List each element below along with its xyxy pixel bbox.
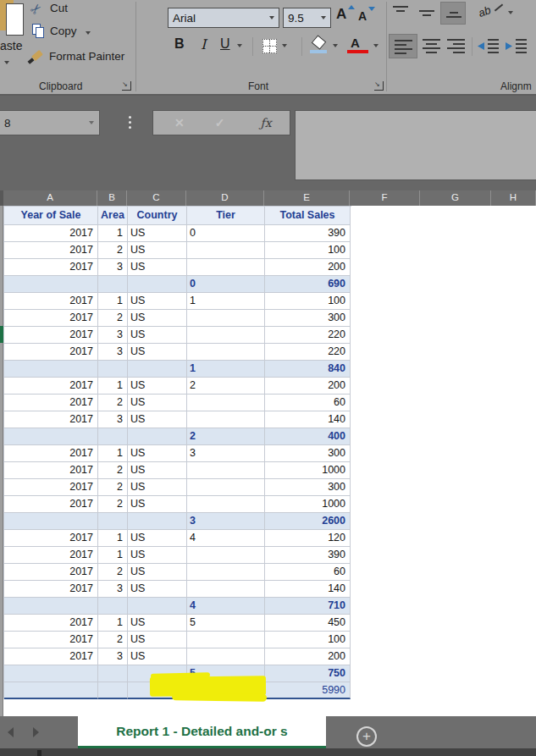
cell-tier[interactable]: 2 xyxy=(187,428,265,445)
cell-area[interactable] xyxy=(98,361,128,378)
cell-year[interactable]: 2017 xyxy=(4,411,98,428)
cell-total[interactable]: 140 xyxy=(265,581,351,598)
cell-year[interactable]: 2017 xyxy=(4,242,98,259)
fill-color-dropdown-icon[interactable] xyxy=(333,44,338,47)
cell-area[interactable] xyxy=(98,513,128,530)
cell-tier[interactable] xyxy=(187,479,265,496)
orientation-button[interactable]: ab xyxy=(477,3,493,19)
cell-tier[interactable] xyxy=(187,310,265,327)
borders-dropdown-icon[interactable] xyxy=(282,44,287,47)
select-all-corner[interactable] xyxy=(0,190,3,206)
cell-total[interactable]: 840 xyxy=(265,361,351,378)
cell-total[interactable]: 200 xyxy=(265,378,351,395)
middle-align-button[interactable] xyxy=(418,5,435,24)
cell-country[interactable] xyxy=(128,598,187,615)
cell-total[interactable]: 220 xyxy=(265,344,351,361)
cell-total[interactable]: 750 xyxy=(265,665,351,682)
center-button[interactable] xyxy=(423,38,441,58)
cell-country[interactable]: US xyxy=(128,310,187,327)
cell-area[interactable]: 2 xyxy=(98,242,128,259)
increase-indent-button[interactable] xyxy=(506,38,528,58)
font-name-select[interactable]: Arial xyxy=(168,8,279,28)
cut-button[interactable]: Cut xyxy=(50,2,68,14)
cell-tier[interactable]: 0 xyxy=(187,225,265,242)
cell-tier[interactable]: 0 xyxy=(187,276,265,293)
cell-tier[interactable]: 2 xyxy=(187,378,265,395)
formula-input[interactable] xyxy=(295,110,536,180)
cell-total[interactable]: 220 xyxy=(265,327,351,344)
header-cell[interactable]: Country xyxy=(128,207,187,225)
orientation-dropdown-icon[interactable] xyxy=(508,11,513,14)
cell-area[interactable]: 3 xyxy=(98,344,128,361)
cell-total[interactable]: 300 xyxy=(265,445,351,462)
cell-country[interactable]: US xyxy=(128,564,187,581)
header-cell[interactable]: Total Sales xyxy=(265,207,351,225)
cell-area[interactable]: 3 xyxy=(98,581,128,598)
cell-year[interactable] xyxy=(4,682,98,699)
grow-font-button[interactable]: A xyxy=(336,6,346,23)
copy-dropdown-icon[interactable] xyxy=(86,31,91,35)
font-color-dropdown-icon[interactable] xyxy=(373,44,379,47)
cell-total[interactable]: 690 xyxy=(265,276,351,293)
cell-country[interactable]: US xyxy=(128,293,187,310)
cell-year[interactable]: 2017 xyxy=(4,581,98,598)
cell-area[interactable] xyxy=(98,428,128,445)
clipboard-dialog-launcher-icon[interactable] xyxy=(122,81,131,91)
cell-country[interactable]: US xyxy=(128,242,187,259)
prev-sheet-icon[interactable] xyxy=(8,727,14,737)
cell-tier[interactable] xyxy=(187,564,265,581)
cell-area[interactable]: 1 xyxy=(98,445,128,462)
cell-total[interactable]: 200 xyxy=(265,259,351,276)
cell-country[interactable]: US xyxy=(128,530,187,547)
cell-year[interactable]: 2017 xyxy=(4,547,98,564)
cell-area[interactable]: 2 xyxy=(98,496,128,513)
cell-tier[interactable] xyxy=(187,344,265,361)
font-name-dropdown-icon[interactable] xyxy=(269,16,274,19)
cell-country[interactable]: US xyxy=(128,259,187,276)
cell-area[interactable] xyxy=(98,276,128,293)
cell-total[interactable]: 710 xyxy=(265,598,351,615)
cell-area[interactable]: 2 xyxy=(98,395,128,411)
column-header-f[interactable]: F xyxy=(350,190,420,206)
cell-tier[interactable] xyxy=(187,327,265,344)
cell-country[interactable]: US xyxy=(128,225,187,242)
paste-dropdown-icon[interactable] xyxy=(4,61,9,64)
cell-year[interactable]: 2017 xyxy=(4,344,98,361)
cell-tier[interactable] xyxy=(187,632,265,648)
cell-year[interactable]: 2017 xyxy=(4,327,98,344)
cell-area[interactable]: 1 xyxy=(98,293,128,310)
cell-country[interactable]: US xyxy=(128,462,187,479)
insert-function-icon[interactable]: ƒx xyxy=(260,116,271,130)
cell-year[interactable] xyxy=(4,276,98,293)
cell-country[interactable]: US xyxy=(128,479,187,496)
column-header-e[interactable]: E xyxy=(264,190,350,206)
cell-year[interactable]: 2017 xyxy=(4,462,98,479)
cell-country[interactable]: US xyxy=(128,344,187,361)
paste-button[interactable]: aste xyxy=(0,39,22,52)
cell-total[interactable]: 1000 xyxy=(265,462,351,479)
decrease-indent-button[interactable] xyxy=(478,38,500,58)
cell-country[interactable] xyxy=(128,513,187,530)
cell-year[interactable] xyxy=(4,361,98,378)
cell-country[interactable]: US xyxy=(128,411,187,428)
cell-year[interactable]: 2017 xyxy=(4,259,98,276)
cell-tier[interactable] xyxy=(187,581,265,598)
cell-total[interactable]: 2600 xyxy=(265,513,351,530)
column-header-a[interactable]: A xyxy=(3,190,97,206)
cell-year[interactable] xyxy=(4,665,98,682)
cell-year[interactable]: 2017 xyxy=(4,632,98,648)
cell-year[interactable]: 2017 xyxy=(4,648,98,665)
cell-tier[interactable] xyxy=(187,411,265,428)
cell-year[interactable]: 2017 xyxy=(4,615,98,632)
align-right-button[interactable] xyxy=(447,38,466,58)
column-header-c[interactable]: C xyxy=(127,190,186,206)
column-header-d[interactable]: D xyxy=(186,190,264,206)
font-size-dropdown-icon[interactable] xyxy=(321,16,326,19)
cell-area[interactable]: 2 xyxy=(98,462,128,479)
underline-button[interactable]: U xyxy=(220,36,230,52)
cell-country[interactable]: US xyxy=(128,648,187,665)
cell-year[interactable]: 2017 xyxy=(4,395,98,411)
copy-button[interactable]: Copy xyxy=(50,25,77,37)
cell-area[interactable]: 2 xyxy=(98,564,128,581)
cell-area[interactable]: 2 xyxy=(98,632,128,648)
